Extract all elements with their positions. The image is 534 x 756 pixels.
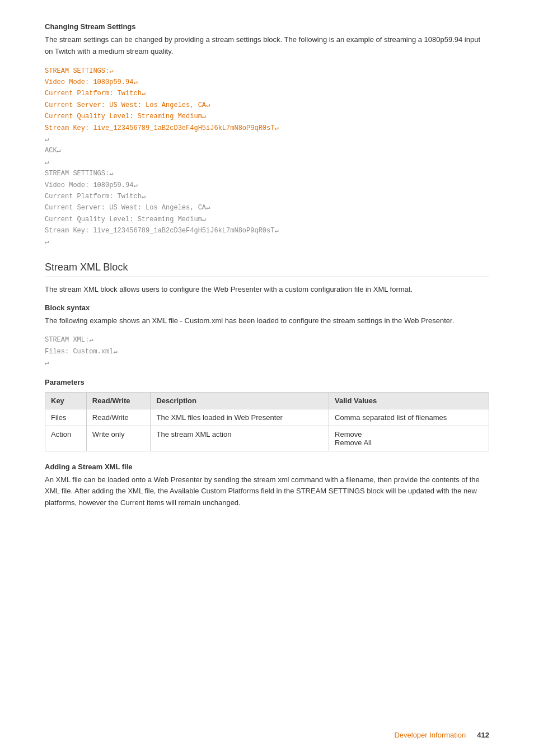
page-footer: Developer Information 412 — [394, 731, 489, 739]
page-number: 412 — [477, 731, 489, 739]
col-key: Key — [45, 392, 87, 409]
code-line-7: ↵ — [45, 136, 49, 143]
block-syntax-body: The following example shows an XML file … — [45, 315, 489, 327]
changing-stream-settings-heading: Changing Stream Settings — [45, 22, 489, 31]
changing-stream-settings-body: The stream settings can be changed by pr… — [45, 34, 489, 58]
changing-stream-settings-section: Changing Stream Settings The stream sett… — [45, 22, 489, 248]
row2-rw: Write only — [86, 426, 151, 451]
row1-valid-values: Comma separated list of filenames — [329, 409, 489, 426]
row2-key: Action — [45, 426, 87, 451]
parameters-table: Key Read/Write Description Valid Values … — [45, 392, 489, 451]
code-line-4: Current Server: US West: Los Angeles, CA… — [45, 101, 210, 109]
code-line-1: STREAM SETTINGS:↵ — [45, 67, 113, 75]
xml-code-line-1: STREAM XML:↵ — [45, 336, 93, 344]
row2-description: The stream XML action — [151, 426, 329, 451]
code-line-5: Current Quality Level: Streaming Medium↵ — [45, 113, 206, 120]
table-row: Files Read/Write The XML files loaded in… — [45, 409, 489, 426]
stream-xml-block-section: Stream XML Block The stream XML block al… — [45, 262, 489, 509]
code-line-14: Current Quality Level: Streaming Medium↵ — [45, 216, 206, 223]
row1-description: The XML files loaded in Web Presenter — [151, 409, 329, 426]
adding-xml-heading: Adding a Stream XML file — [45, 463, 489, 471]
row1-key: Files — [45, 409, 87, 426]
code-line-8: ACK↵ — [45, 147, 61, 155]
col-description: Description — [151, 392, 329, 409]
stream-settings-code-highlighted: STREAM SETTINGS:↵ Video Mode: 1080p59.94… — [45, 66, 489, 248]
developer-information-link[interactable]: Developer Information — [394, 731, 466, 739]
col-rw: Read/Write — [86, 392, 151, 409]
row2-valid-values: RemoveRemove All — [329, 426, 489, 451]
block-syntax-subsection: Block syntax The following example shows… — [45, 304, 489, 369]
parameters-heading: Parameters — [45, 378, 489, 386]
stream-xml-block-body: The stream XML block allows users to con… — [45, 284, 489, 296]
code-line-3: Current Platform: Twitch↵ — [45, 90, 146, 97]
code-line-9: ↵ — [45, 158, 49, 166]
code-line-10: STREAM SETTINGS:↵ — [45, 170, 113, 178]
code-line-15: Stream Key: live_123456789_1aB2cD3eF4gH5… — [45, 227, 279, 235]
stream-xml-code: STREAM XML:↵ Files: Custom.xml↵ ↵ — [45, 334, 489, 368]
xml-code-line-2: Files: Custom.xml↵ — [45, 348, 118, 356]
code-line-11: Video Mode: 1080p59.94↵ — [45, 181, 138, 189]
code-line-2: Video Mode: 1080p59.94↵ — [45, 78, 138, 86]
code-line-6: Stream Key: live_123456789_1aB2cD3eF4gH5… — [45, 124, 279, 132]
row1-rw: Read/Write — [86, 409, 151, 426]
col-valid-values: Valid Values — [329, 392, 489, 409]
table-header-row: Key Read/Write Description Valid Values — [45, 392, 489, 409]
code-line-12: Current Platform: Twitch↵ — [45, 193, 146, 200]
stream-xml-block-heading: Stream XML Block — [45, 262, 489, 277]
code-line-16: ↵ — [45, 238, 49, 246]
code-line-13: Current Server: US West: Los Angeles, CA… — [45, 204, 210, 212]
table-row: Action Write only The stream XML action … — [45, 426, 489, 451]
xml-code-line-3: ↵ — [45, 359, 49, 367]
adding-xml-subsection: Adding a Stream XML file An XML file can… — [45, 463, 489, 509]
adding-xml-body: An XML file can be loaded onto a Web Pre… — [45, 474, 489, 509]
parameters-subsection: Parameters Key Read/Write Description Va… — [45, 378, 489, 451]
block-syntax-heading: Block syntax — [45, 304, 489, 312]
